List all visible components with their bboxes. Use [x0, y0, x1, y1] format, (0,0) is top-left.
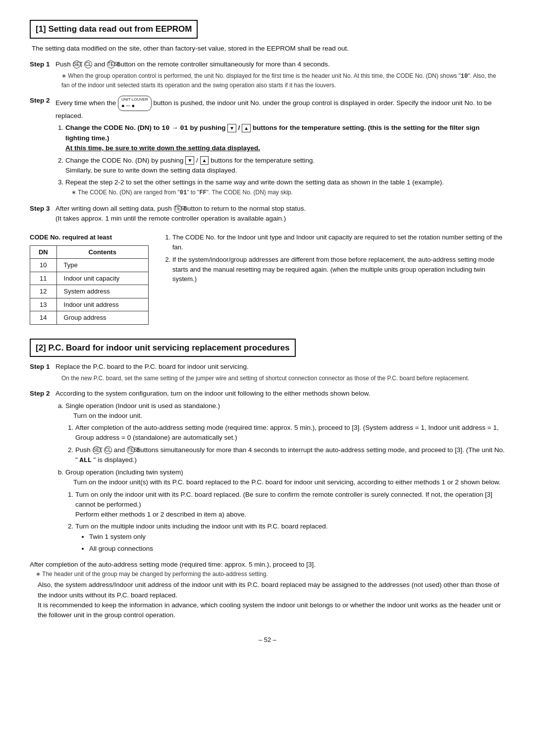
step-3-text: After writing down all setting data, pus…	[55, 204, 505, 224]
s2-alpha-b-num-2: Turn on the multiple indoor units includ…	[75, 522, 505, 554]
step-1-note: ∗ When the group operation control is pe…	[55, 71, 505, 90]
s2-alpha-a: Single operation (Indoor unit is used as…	[65, 401, 505, 466]
footer-note-1: After completion of the auto-address set…	[30, 560, 505, 570]
step-1-block: Step 1 Push SET, CL and TEST button on t…	[30, 59, 505, 92]
step-2-item-2: Change the CODE No. (DN) by pushing ▼ / …	[65, 156, 505, 176]
step-2-item-3: Repeat the step 2-2 to set the other set…	[65, 177, 505, 198]
s2-step-2-text: According to the system configuration, t…	[55, 389, 505, 399]
page-container: [1] Setting data read out from EEPROM Th…	[30, 20, 505, 645]
table-caption: CODE No. required at least	[30, 233, 149, 242]
s2-alpha-a-numbered: After completion of the auto-address set…	[65, 423, 505, 465]
dn-10: 10	[30, 259, 57, 272]
dn-11: 11	[30, 272, 57, 285]
cl-icon-3: CL	[104, 446, 112, 454]
table-row: 11 Indoor unit capacity	[30, 272, 149, 285]
s2-alpha-b-text: Group operation (including twin system)	[65, 468, 183, 476]
col-dn: DN	[30, 245, 57, 259]
contents-10: Type	[56, 259, 148, 272]
s2-alpha-a-note: Turn on the indoor unit.	[65, 412, 142, 419]
code-table: DN Contents 10 Type 11 Indoor unit capac…	[30, 245, 149, 325]
s2-alpha-list: Single operation (Indoor unit is used as…	[55, 401, 505, 554]
footer-note-3: Also, the system address/Indoor unit add…	[30, 580, 505, 600]
contents-13: Indoor unit address	[56, 298, 148, 311]
section-1: [1] Setting data read out from EEPROM Th…	[30, 20, 505, 325]
s2-step-1-text: Replace the P.C. board to the P.C. board…	[55, 362, 505, 372]
s2-alpha-b-note: Turn on the indoor unit(s) with its P.C.…	[65, 478, 501, 486]
test-icon-2: TEST	[174, 205, 182, 213]
table-row: 10 Type	[30, 259, 149, 272]
s2-alpha-b-num-1: Turn on only the indoor unit with its P.…	[75, 490, 505, 520]
s2-alpha-a-num-1: After completion of the auto-address set…	[75, 423, 505, 443]
section-2: [2] P.C. Board for indoor unit servicing…	[30, 339, 505, 621]
s2-step-2-label: Step 2	[30, 389, 55, 399]
step-1-content: Push SET, CL and TEST button on the remo…	[55, 59, 505, 92]
s2-step-1-label: Step 1	[30, 362, 55, 372]
table-notes: The CODE No. for the Indoor unit type an…	[162, 233, 505, 287]
s2-alpha-b-numbered: Turn on only the indoor unit with its P.…	[65, 490, 505, 554]
section2-title: [2] P.C. Board for indoor unit servicing…	[30, 339, 296, 357]
set-icon: SET	[73, 60, 81, 68]
table-note-1: The CODE No. for the Indoor unit type an…	[172, 233, 505, 252]
s2-bullet-list: Twin 1 system only All group connections	[75, 532, 505, 554]
footer-note-2: ∗ The header unit of the group may be ch…	[30, 570, 505, 579]
dn-13: 13	[30, 298, 57, 311]
dn-12: 12	[30, 285, 57, 298]
step-2-subitems: Change the CODE No. (DN) to 10 → 01 by p…	[55, 123, 505, 198]
contents-12: System address	[56, 285, 148, 298]
step-2-content: Every time when the UNIT LOUVER● ─ ● but…	[55, 96, 505, 200]
cl-icon: CL	[84, 60, 92, 68]
dn-14: 14	[30, 311, 57, 325]
table-notes-list: The CODE No. for the Indoor unit type an…	[162, 233, 505, 284]
contents-11: Indoor unit capacity	[56, 272, 148, 285]
s2-alpha-a-text: Single operation (Indoor unit is used as…	[65, 402, 220, 409]
section1-title: [1] Setting data read out from EEPROM	[30, 20, 198, 39]
s2-step-2-content: According to the system configuration, t…	[55, 389, 505, 556]
set-icon-3: SET	[93, 446, 101, 454]
table-note-2: If the system/indoor/group addresses are…	[172, 255, 505, 284]
step-2-item-1: Change the CODE No. (DN) to 10 → 01 by p…	[65, 123, 505, 154]
footer-note-4: It is recommended to keep the informatio…	[30, 600, 505, 621]
s2-step-1-note: On the new P.C. board, set the same sett…	[55, 374, 505, 383]
step-3-block: Step 3 After writing down all setting da…	[30, 204, 505, 226]
table-row: 14 Group address	[30, 311, 149, 325]
step-2-item-3-note: ∗ The CODE No. (DN) are ranged from "01"…	[65, 189, 293, 196]
s2-bullet-2: All group connections	[89, 544, 505, 554]
test-icon: TEST	[107, 60, 115, 68]
code-table-section: CODE No. required at least DN Contents 1…	[30, 233, 505, 325]
step-1-label: Step 1	[30, 59, 55, 69]
step-2-text: Every time when the UNIT LOUVER● ─ ● but…	[55, 96, 505, 121]
step-1-text: Push SET, CL and TEST button on the remo…	[55, 59, 505, 69]
s2-step-2-block: Step 2 According to the system configura…	[30, 389, 505, 556]
louver-button-icon: UNIT LOUVER● ─ ●	[118, 96, 152, 111]
step-3-content: After writing down all setting data, pus…	[55, 204, 505, 226]
s2-alpha-b: Group operation (including twin system) …	[65, 467, 505, 554]
contents-14: Group address	[56, 311, 148, 325]
step-2-label: Step 2	[30, 96, 55, 106]
test-icon-3: TEST	[127, 446, 135, 454]
table-row: 13 Indoor unit address	[30, 298, 149, 311]
step-2-block: Step 2 Every time when the UNIT LOUVER● …	[30, 96, 505, 200]
s2-step-1-content: Replace the P.C. board to the P.C. board…	[55, 362, 505, 385]
col-contents: Contents	[56, 245, 148, 259]
s2-bullet-1: Twin 1 system only	[89, 532, 505, 542]
table-left: CODE No. required at least DN Contents 1…	[30, 233, 149, 325]
step-2-item-1-note: At this time, be sure to write down the …	[65, 144, 260, 152]
s2-alpha-a-num-2: Push SET, CL and TEST buttons simultaneo…	[75, 445, 505, 466]
table-row: 12 System address	[30, 285, 149, 298]
s2-step-1-block: Step 1 Replace the P.C. board to the P.C…	[30, 362, 505, 385]
section1-intro: The setting data modified on the site, o…	[30, 44, 505, 54]
page-number: – 52 –	[30, 635, 505, 645]
step-3-label: Step 3	[30, 204, 55, 214]
